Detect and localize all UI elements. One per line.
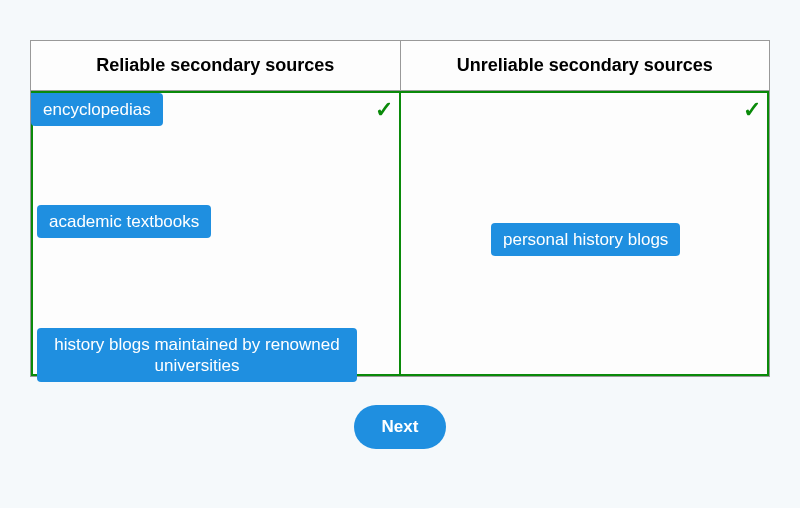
sorting-table: Reliable secondary sources Unreliable se… bbox=[30, 40, 770, 377]
table-header-row: Reliable secondary sources Unreliable se… bbox=[31, 41, 769, 91]
chip-personal-history-blogs[interactable]: personal history blogs bbox=[491, 223, 680, 256]
sorting-activity: Reliable secondary sources Unreliable se… bbox=[0, 0, 800, 449]
next-button[interactable]: Next bbox=[354, 405, 447, 449]
column-header-unreliable: Unreliable secondary sources bbox=[401, 41, 770, 90]
chip-academic-textbooks[interactable]: academic textbooks bbox=[37, 205, 211, 238]
drop-zone-unreliable[interactable]: ✓ personal history blogs bbox=[400, 91, 769, 376]
drop-row: ✓ encyclopedias academic textbooks histo… bbox=[31, 91, 769, 376]
checkmark-icon: ✓ bbox=[743, 97, 761, 123]
chip-encyclopedias[interactable]: encyclopedias bbox=[31, 93, 163, 126]
chip-history-blogs-universities[interactable]: history blogs maintained by renowned uni… bbox=[37, 328, 357, 383]
checkmark-icon: ✓ bbox=[375, 97, 393, 123]
column-header-reliable: Reliable secondary sources bbox=[31, 41, 401, 90]
drop-zone-reliable[interactable]: ✓ encyclopedias academic textbooks histo… bbox=[31, 91, 400, 376]
